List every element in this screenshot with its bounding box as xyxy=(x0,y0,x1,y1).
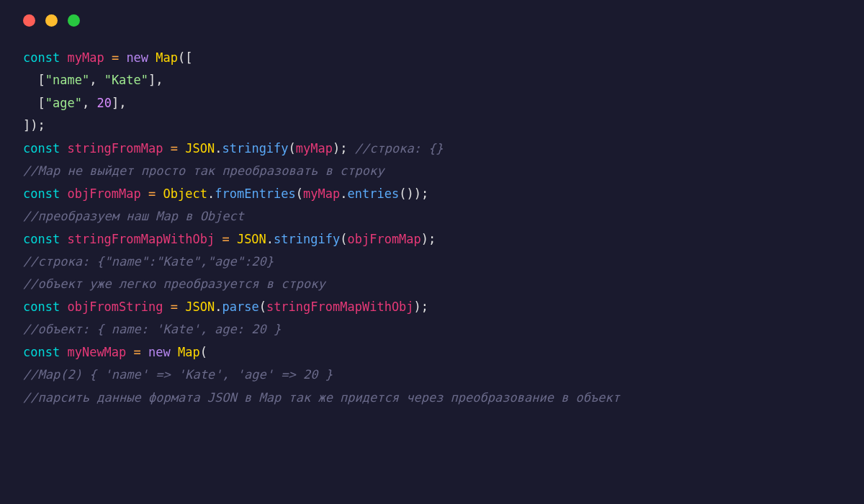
code-line: const stringFromMapWithObj = JSON.string… xyxy=(23,232,436,246)
window-titlebar xyxy=(0,0,864,32)
code-line: //строка: {"name":"Kate","age":20} xyxy=(23,254,274,269)
code-line: ["age", 20], xyxy=(23,96,126,110)
close-icon[interactable] xyxy=(23,14,35,27)
code-line: //Map не выйдет просто так преобразовать… xyxy=(23,163,384,178)
code-line: ]); xyxy=(23,118,45,132)
code-line: const myNewMap = new Map( //Map(2) { 'na… xyxy=(23,345,620,405)
code-line: const objFromMap = Object.fromEntries(my… xyxy=(23,186,428,201)
code-line: //объект уже легко преобразуется в строк… xyxy=(23,276,325,291)
code-line: const stringFromMap = JSON.stringify(myM… xyxy=(23,141,444,156)
code-line: //преобразуем наш Map в Object xyxy=(23,209,244,223)
code-window: const myMap = new Map([ ["name", "Kate"]… xyxy=(0,0,864,504)
code-line: const objFromString = JSON.parse(stringF… xyxy=(23,300,428,314)
code-line: //объект: { name: 'Kate', age: 20 } xyxy=(23,322,281,336)
maximize-icon[interactable] xyxy=(68,14,80,27)
code-line: const myMap = new Map([ xyxy=(23,50,193,65)
code-line: //Map(2) { 'name' => 'Kate', 'age' => 20… xyxy=(23,367,333,382)
minimize-icon[interactable] xyxy=(45,14,58,27)
code-line: //парсить данные формата JSON в Map так … xyxy=(23,390,620,405)
code-block: const myMap = new Map([ ["name", "Kate"]… xyxy=(0,32,864,423)
code-line: ["name", "Kate"], xyxy=(23,73,163,87)
